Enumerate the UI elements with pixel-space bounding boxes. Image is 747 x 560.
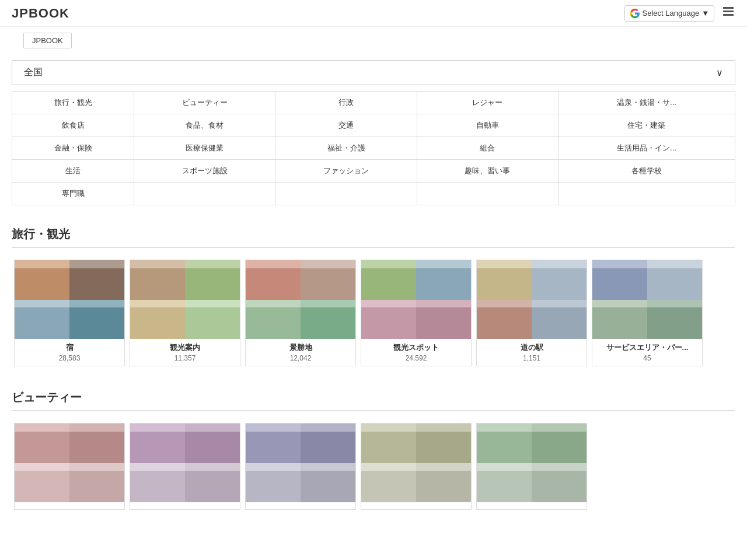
category-cell[interactable]: 各種学校 xyxy=(558,160,735,183)
card-image-cell xyxy=(15,463,69,503)
category-cell[interactable]: 医療保健業 xyxy=(134,137,275,160)
card-info xyxy=(477,502,587,509)
card-image-cell xyxy=(130,463,185,503)
card-image-cell xyxy=(301,463,355,503)
card-image-cell xyxy=(477,424,532,463)
card[interactable] xyxy=(14,423,125,510)
card[interactable] xyxy=(361,423,472,510)
category-cell[interactable] xyxy=(558,183,735,205)
card[interactable]: 宿28,583 xyxy=(14,260,125,366)
card-count: 12,042 xyxy=(250,354,351,362)
category-cell[interactable] xyxy=(134,183,275,205)
card[interactable] xyxy=(245,423,356,510)
card-image xyxy=(246,424,355,502)
category-cell[interactable]: ビューティー xyxy=(134,92,275,114)
card-image-cell xyxy=(361,424,416,463)
breadcrumb: JPBOOK xyxy=(12,27,735,54)
card-count: 45 xyxy=(597,354,697,362)
section: 旅行・観光宿28,583観光案内11,357景勝地12,042観光スポット24,… xyxy=(12,217,735,369)
svg-rect-0 xyxy=(723,7,734,9)
card-count: 1,151 xyxy=(481,354,582,362)
card-image-cell xyxy=(301,260,355,300)
card[interactable] xyxy=(130,423,240,510)
card-label: 観光案内 xyxy=(135,342,235,353)
site-logo[interactable]: JPBOOK xyxy=(12,6,69,21)
category-cell[interactable] xyxy=(275,183,417,205)
card-label: 道の駅 xyxy=(481,342,582,353)
card-image-cell xyxy=(416,424,471,463)
card-image-cell xyxy=(361,260,416,300)
category-cell[interactable]: 組合 xyxy=(417,137,558,160)
card-image-cell xyxy=(246,463,301,503)
category-cell[interactable]: 飲食店 xyxy=(12,114,134,137)
google-icon xyxy=(630,8,640,19)
card-grid xyxy=(12,421,735,512)
card-image xyxy=(477,260,587,339)
card-image-cell xyxy=(15,260,69,300)
category-cell[interactable]: 趣味、習い事 xyxy=(417,160,558,183)
header-right: Select Language ▼ xyxy=(624,5,735,22)
category-cell[interactable]: 自動車 xyxy=(417,114,558,137)
card-image-cell xyxy=(532,463,587,503)
card-image xyxy=(130,260,240,339)
category-cell[interactable]: 行政 xyxy=(275,92,417,114)
list-view-icon[interactable] xyxy=(721,5,735,22)
category-cell[interactable]: 福祉・介護 xyxy=(275,137,417,160)
card[interactable]: 観光案内11,357 xyxy=(130,260,240,366)
card-image-cell xyxy=(130,424,185,463)
category-cell[interactable]: 生活 xyxy=(12,160,134,183)
region-selector[interactable]: 全国 ∨ xyxy=(12,60,735,85)
card-image-cell xyxy=(361,300,416,340)
card-info xyxy=(361,502,471,509)
card-label: 観光スポット xyxy=(366,342,466,353)
category-cell[interactable]: 金融・保険 xyxy=(12,137,134,160)
category-cell[interactable]: 温泉・銭湯・サ... xyxy=(558,92,735,114)
card-image-cell xyxy=(416,300,471,340)
card[interactable]: 道の駅1,151 xyxy=(476,260,587,366)
language-selector[interactable]: Select Language ▼ xyxy=(624,5,714,22)
card[interactable]: 観光スポット24,592 xyxy=(361,260,472,366)
card-label: サービスエリア・パー... xyxy=(597,342,697,353)
card-image xyxy=(130,424,240,502)
card-info: 観光スポット24,592 xyxy=(361,339,471,366)
card-image-cell xyxy=(130,300,185,340)
card-info: 宿28,583 xyxy=(15,339,124,366)
category-cell[interactable]: 住宅・建築 xyxy=(558,114,735,137)
card[interactable]: 景勝地12,042 xyxy=(245,260,356,366)
card-image-cell xyxy=(647,300,702,340)
card[interactable] xyxy=(476,423,587,510)
breadcrumb-home[interactable]: JPBOOK xyxy=(23,33,72,48)
card-info: 道の駅1,151 xyxy=(477,339,587,366)
card-image-cell xyxy=(532,260,587,300)
card-image xyxy=(592,260,702,339)
card-image-cell xyxy=(477,260,532,300)
card[interactable]: サービスエリア・パー...45 xyxy=(592,260,703,366)
card-image-cell xyxy=(185,260,240,300)
card-image-cell xyxy=(246,260,301,300)
language-label: Select Language xyxy=(643,9,700,18)
card-image-cell xyxy=(185,463,240,503)
category-cell[interactable]: 交通 xyxy=(275,114,417,137)
card-image-cell xyxy=(532,300,587,340)
card-image-cell xyxy=(185,300,240,340)
main-content: JPBOOK 全国 ∨ 旅行・観光ビューティー行政レジャー温泉・銭湯・サ...飲… xyxy=(0,27,747,512)
card-image-cell xyxy=(15,424,69,463)
card-info: サービスエリア・パー...45 xyxy=(592,339,702,366)
category-cell[interactable]: スポーツ施設 xyxy=(134,160,275,183)
category-cell[interactable] xyxy=(417,183,558,205)
category-cell[interactable]: 旅行・観光 xyxy=(12,92,134,114)
card-info: 景勝地12,042 xyxy=(246,339,355,366)
header: JPBOOK Select Language ▼ xyxy=(0,0,747,27)
category-cell[interactable]: 生活用品・イン... xyxy=(558,137,735,160)
card-image-cell xyxy=(592,260,647,300)
category-cell[interactable]: レジャー xyxy=(417,92,558,114)
card-image-cell xyxy=(361,463,416,503)
card-image-cell xyxy=(416,260,471,300)
category-cell[interactable]: 食品、食材 xyxy=(134,114,275,137)
region-arrow: ∨ xyxy=(716,67,723,78)
card-image xyxy=(361,260,471,339)
svg-rect-1 xyxy=(723,10,734,12)
category-cell[interactable]: 専門職 xyxy=(12,183,134,205)
card-grid: 宿28,583観光案内11,357景勝地12,042観光スポット24,592道の… xyxy=(12,257,735,369)
category-cell[interactable]: ファッション xyxy=(275,160,417,183)
